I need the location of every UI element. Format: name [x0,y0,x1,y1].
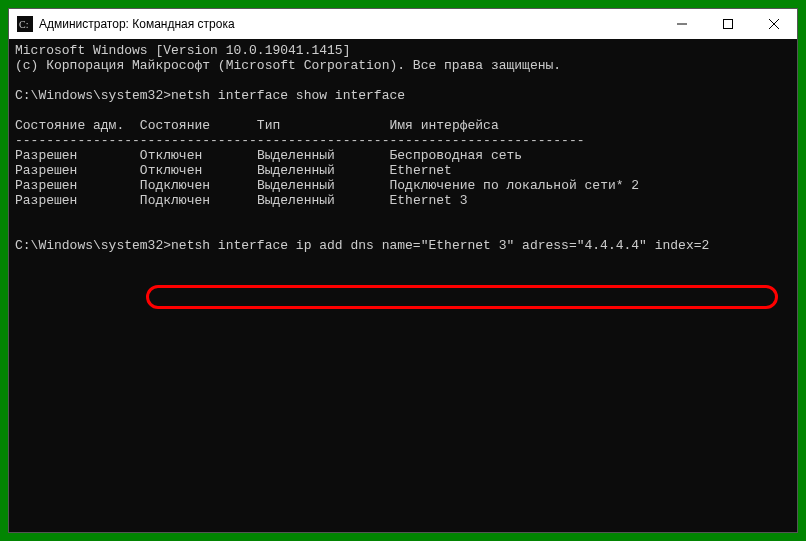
cmd-icon: C: [17,16,33,32]
highlight-annotation [146,285,778,309]
close-button[interactable] [751,9,797,39]
maximize-button[interactable] [705,9,751,39]
col-interface-name: Имя интерфейса [389,118,498,133]
svg-text:C:: C: [19,19,28,30]
command-prompt-window: C: Администратор: Командная строка Micro… [8,8,798,533]
banner-line-1: Microsoft Windows [Version 10.0.19041.14… [15,43,350,58]
table-row: Разрешен Подключен Выделенный Подключени… [15,178,639,193]
terminal-output[interactable]: Microsoft Windows [Version 10.0.19041.14… [9,39,797,532]
prompt-2-path: C:\Windows\system32> [15,238,171,253]
table-separator: ----------------------------------------… [15,133,585,148]
table-row: Разрешен Отключен Выделенный Беспроводна… [15,148,522,163]
banner-line-2: (c) Корпорация Майкрософт (Microsoft Cor… [15,58,561,73]
svg-rect-3 [724,20,733,29]
col-admin-state: Состояние адм. [15,118,124,133]
minimize-button[interactable] [659,9,705,39]
col-state: Состояние [140,118,210,133]
table-row: Разрешен Отключен Выделенный Ethernet [15,163,452,178]
titlebar[interactable]: C: Администратор: Командная строка [9,9,797,39]
prompt-2-command: netsh interface ip add dns name="Etherne… [171,238,709,253]
table-header-row: Состояние адм. Состояние Тип Имя интерфе… [15,118,499,133]
col-type: Тип [257,118,280,133]
prompt-1-path: C:\Windows\system32> [15,88,171,103]
window-title: Администратор: Командная строка [39,17,659,31]
window-controls [659,9,797,39]
table-row: Разрешен Подключен Выделенный Ethernet 3 [15,193,468,208]
prompt-1-command: netsh interface show interface [171,88,405,103]
